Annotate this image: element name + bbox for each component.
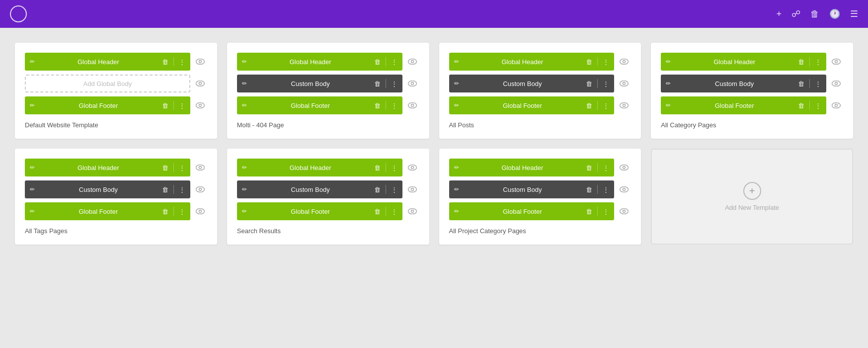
delete-icon[interactable]: 🗑 <box>162 208 168 215</box>
trash-icon[interactable]: 🗑 <box>810 9 819 19</box>
svg-point-40 <box>620 209 629 214</box>
header-btn[interactable]: ✏ Global Header 🗑 ⋮ <box>237 159 402 176</box>
header-btn[interactable]: ✏ Global Header 🗑 ⋮ <box>25 159 190 176</box>
add-new-template-card[interactable]: + Add New Template <box>651 149 853 245</box>
more-icon[interactable]: ⋮ <box>603 164 609 172</box>
add-body-btn[interactable]: Add Global Body <box>25 75 190 92</box>
visibility-toggle[interactable] <box>405 161 419 174</box>
delete-icon[interactable]: 🗑 <box>162 164 168 172</box>
footer-btn[interactable]: ✏ Global Footer 🗑 ⋮ <box>237 202 402 220</box>
template-card: ✏ Global Header 🗑 ⋮ ✏ Custom Body 🗑 ⋮ <box>227 43 429 139</box>
visibility-toggle[interactable] <box>617 204 631 218</box>
more-icon[interactable]: ⋮ <box>391 208 397 215</box>
body-btn[interactable]: ✏ Custom Body 🗑 ⋮ <box>25 180 190 198</box>
header-btn[interactable]: ✏ Global Header 🗑 ⋮ <box>661 53 826 71</box>
more-icon[interactable]: ⋮ <box>815 80 821 87</box>
visibility-toggle[interactable] <box>405 182 419 196</box>
delete-icon[interactable]: 🗑 <box>586 102 592 109</box>
delete-icon[interactable]: 🗑 <box>798 102 804 109</box>
visibility-toggle[interactable] <box>193 77 207 90</box>
visibility-toggle[interactable] <box>829 55 843 69</box>
more-icon[interactable]: ⋮ <box>815 58 821 66</box>
footer-btn[interactable]: ✏ Global Footer 🗑 ⋮ <box>449 202 615 220</box>
delete-icon[interactable]: 🗑 <box>374 186 381 193</box>
svg-point-29 <box>199 210 201 213</box>
visibility-toggle[interactable] <box>829 77 843 90</box>
delete-icon[interactable]: 🗑 <box>586 186 592 193</box>
header-btn[interactable]: ✏ Global Header 🗑 ⋮ <box>449 53 615 71</box>
more-icon[interactable]: ⋮ <box>603 186 609 193</box>
visibility-toggle[interactable] <box>617 161 631 174</box>
delete-icon[interactable]: 🗑 <box>162 102 168 109</box>
header-btn[interactable]: ✏ Global Header 🗑 ⋮ <box>25 53 190 71</box>
template-name: Search Results <box>237 227 419 235</box>
main-content: ✏ Global Header 🗑 ⋮ Add Global Body ✏ Gl… <box>0 28 868 260</box>
svg-point-1 <box>199 61 201 63</box>
settings-icon[interactable]: ☰ <box>850 8 858 19</box>
sep <box>173 163 174 172</box>
visibility-toggle[interactable] <box>617 55 631 69</box>
more-icon[interactable]: ⋮ <box>391 102 397 109</box>
footer-btn[interactable]: ✏ Global Footer 🗑 ⋮ <box>25 202 190 220</box>
more-icon[interactable]: ⋮ <box>603 208 609 215</box>
visibility-toggle[interactable] <box>193 55 207 69</box>
body-btn[interactable]: ✏ Custom Body 🗑 ⋮ <box>237 180 402 198</box>
visibility-toggle[interactable] <box>617 182 631 196</box>
body-btn[interactable]: ✏ Custom Body 🗑 ⋮ <box>661 75 826 92</box>
visibility-toggle[interactable] <box>617 98 631 112</box>
footer-btn[interactable]: ✏ Global Footer 🗑 ⋮ <box>25 96 190 114</box>
body-btn[interactable]: ✏ Custom Body 🗑 ⋮ <box>237 75 402 92</box>
visibility-toggle[interactable] <box>193 182 207 196</box>
body-btn[interactable]: ✏ Custom Body 🗑 ⋮ <box>449 75 615 92</box>
delete-icon[interactable]: 🗑 <box>162 58 168 66</box>
delete-icon[interactable]: 🗑 <box>586 164 592 172</box>
footer-row: ✏ Global Footer 🗑 ⋮ <box>237 96 419 114</box>
more-icon[interactable]: ⋮ <box>391 80 397 87</box>
visibility-toggle[interactable] <box>193 98 207 112</box>
visibility-toggle[interactable] <box>405 77 419 90</box>
history-icon[interactable]: 🕐 <box>829 8 840 19</box>
svg-point-31 <box>411 167 413 169</box>
delete-icon[interactable]: 🗑 <box>374 80 381 87</box>
footer-btn[interactable]: ✏ Global Footer 🗑 ⋮ <box>661 96 826 114</box>
more-icon[interactable]: ⋮ <box>391 186 397 193</box>
footer-btn[interactable]: ✏ Global Footer 🗑 ⋮ <box>449 96 615 114</box>
add-icon[interactable]: + <box>776 9 782 19</box>
visibility-toggle[interactable] <box>193 161 207 174</box>
delete-icon[interactable]: 🗑 <box>374 208 381 215</box>
visibility-toggle[interactable] <box>405 55 419 69</box>
delete-icon[interactable]: 🗑 <box>586 80 592 87</box>
top-bar-actions: + ☍ 🗑 🕐 ☰ <box>776 8 858 19</box>
svg-point-37 <box>623 167 626 169</box>
power-icon[interactable]: ☍ <box>791 8 800 19</box>
more-icon[interactable]: ⋮ <box>179 58 185 66</box>
more-icon[interactable]: ⋮ <box>179 164 185 172</box>
delete-icon[interactable]: 🗑 <box>374 102 381 109</box>
delete-icon[interactable]: 🗑 <box>162 186 168 193</box>
visibility-toggle[interactable] <box>617 77 631 90</box>
delete-icon[interactable]: 🗑 <box>586 208 592 215</box>
more-icon[interactable]: ⋮ <box>603 58 609 66</box>
more-icon[interactable]: ⋮ <box>815 102 821 109</box>
delete-icon[interactable]: 🗑 <box>374 164 381 172</box>
delete-icon[interactable]: 🗑 <box>798 58 804 66</box>
more-icon[interactable]: ⋮ <box>179 186 185 193</box>
visibility-toggle[interactable] <box>405 204 419 218</box>
more-icon[interactable]: ⋮ <box>179 208 185 215</box>
footer-btn[interactable]: ✏ Global Footer 🗑 ⋮ <box>237 96 402 114</box>
more-icon[interactable]: ⋮ <box>603 80 609 87</box>
visibility-toggle[interactable] <box>829 98 843 112</box>
delete-icon[interactable]: 🗑 <box>586 58 592 66</box>
header-btn[interactable]: ✏ Global Header 🗑 ⋮ <box>449 159 615 176</box>
delete-icon[interactable]: 🗑 <box>798 80 804 87</box>
more-icon[interactable]: ⋮ <box>391 58 397 66</box>
more-icon[interactable]: ⋮ <box>603 102 609 109</box>
template-card: ✏ Global Header 🗑 ⋮ ✏ Custom Body 🗑 ⋮ <box>227 149 429 245</box>
more-icon[interactable]: ⋮ <box>391 164 397 172</box>
body-btn[interactable]: ✏ Custom Body 🗑 ⋮ <box>449 180 615 198</box>
visibility-toggle[interactable] <box>405 98 419 112</box>
header-btn[interactable]: ✏ Global Header 🗑 ⋮ <box>237 53 402 71</box>
visibility-toggle[interactable] <box>193 204 207 218</box>
delete-icon[interactable]: 🗑 <box>374 58 381 66</box>
more-icon[interactable]: ⋮ <box>179 102 185 109</box>
